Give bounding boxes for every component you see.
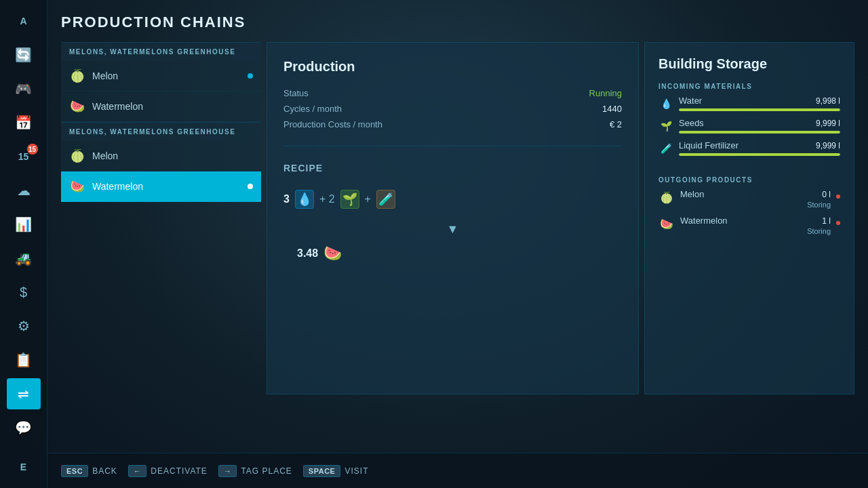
melon1-dot [248, 73, 253, 79]
chat-icon: 💬 [15, 420, 32, 436]
sidebar-item-sun[interactable]: ☁ [7, 175, 41, 206]
sidebar-item-recycle[interactable]: 🔄 [7, 39, 41, 70]
water-name-row: Water 9,998 l [679, 96, 840, 106]
tagplace-button-group[interactable]: → TAG PLACE [218, 465, 292, 477]
water-icon: 💧 [295, 190, 314, 209]
costs-label: Production Costs / month [283, 119, 382, 129]
production-stats: Status Running Cycles / month 1440 Produ… [283, 88, 622, 129]
fertilizer-mat-value: 9,999 l [816, 141, 840, 150]
conveyor-icon: ⇌ [18, 386, 29, 402]
calendar15-icon: 15 [18, 151, 29, 162]
calendar-icon: 📅 [15, 115, 32, 131]
plus2: + [365, 193, 371, 205]
seeds-mat-icon: 🌱 [658, 119, 673, 134]
sidebar: A 🔄 🎮 📅 15 ☁ 📊 🚜 $ ⚙ 📋 ⇌ 💬 E [0, 0, 47, 488]
sidebar-item-chat[interactable]: 💬 [7, 412, 41, 443]
watermelon-prod-name-row: Watermelon 1 l [680, 216, 831, 226]
arrow-down: ▼ [283, 222, 622, 237]
chain-name-melon1: Melon [92, 70, 253, 81]
page-title: PRODUCTION CHAINS [61, 14, 854, 31]
status-value: Running [589, 88, 622, 98]
material-row-water: 💧 Water 9,998 l [658, 96, 840, 111]
watermelon-prod-dot [836, 221, 840, 225]
steering-icon: 🎮 [15, 81, 32, 97]
outgoing-header: OUTGOING PRODUCTS [658, 176, 840, 184]
chain-item-melon2[interactable]: 🍈 Melon [61, 141, 261, 171]
production-panel: Production Status Running Cycles / month… [267, 42, 639, 394]
material-row-seeds: 🌱 Seeds 9,999 l [658, 118, 840, 134]
bottom-bar: ESC BACK ← DEACTIVATE → TAG PLACE SPACE … [47, 453, 868, 488]
chain-item-watermelon1[interactable]: 🍉 Watermelon [61, 92, 261, 122]
melon-prod-amount: 0 l [822, 190, 831, 199]
sidebar-item-calendar15[interactable]: 15 [7, 141, 41, 172]
cycles-label: Cycles / month [283, 104, 342, 114]
sidebar-item-conveyor[interactable]: ⇌ [7, 378, 41, 409]
incoming-section: INCOMING MATERIALS 💧 Water 9,998 l [658, 83, 840, 163]
seeds-icon: 🌱 [340, 190, 359, 209]
sidebar-item-dollar[interactable]: $ [7, 277, 41, 308]
material-row-fertilizer: 🧪 Liquid Fertilizer 9,999 l [658, 140, 840, 156]
recipe-formula: 3 💧 + 2 🌱 + 🧪 [283, 182, 622, 217]
e-icon: E [20, 462, 26, 472]
chain-list-panel: MELONS, WATERMELONS GREENHOUSE 🍈 Melon 🍉… [61, 42, 261, 394]
recycle-icon: 🔄 [15, 47, 32, 63]
watermelon2-icon: 🍉 [69, 178, 85, 195]
chain-item-watermelon2[interactable]: 🍉 Watermelon [61, 171, 261, 202]
seeds-mat-value: 9,999 l [816, 119, 840, 128]
status-row: Status Running [283, 88, 622, 98]
sidebar-item-chart[interactable]: 📊 [7, 209, 41, 240]
status-label: Status [283, 88, 309, 98]
deactivate-button-group[interactable]: ← DEACTIVATE [128, 465, 208, 477]
output-icon: 🍉 [323, 245, 342, 262]
watermelon-prod-info: Watermelon 1 l Storing [680, 216, 831, 235]
back-button-group[interactable]: ESC BACK [61, 465, 117, 477]
fertilizer-progress-fill [679, 153, 840, 156]
sidebar-item-tractor[interactable]: 🚜 [7, 243, 41, 274]
melon1-icon: 🍈 [69, 68, 85, 84]
output-value: 3.48 [297, 247, 318, 260]
chain-item-melon1[interactable]: 🍈 Melon [61, 61, 261, 92]
watermelon1-icon: 🍉 [69, 98, 85, 115]
chain-group-header-2: MELONS, WATERMELONS GREENHOUSE [61, 122, 261, 141]
sidebar-item-tools[interactable]: ⚙ [7, 310, 41, 342]
content-grid: MELONS, WATERMELONS GREENHOUSE 🍈 Melon 🍉… [61, 42, 854, 394]
sidebar-item-notes[interactable]: 📋 [7, 344, 41, 375]
tagplace-label: TAG PLACE [241, 466, 292, 476]
sidebar-item-e[interactable]: E [7, 451, 41, 483]
product-row-watermelon: 🍉 Watermelon 1 l Storing [658, 216, 840, 235]
chain-name-watermelon2: Watermelon [92, 181, 253, 192]
outgoing-section: OUTGOING PRODUCTS 🍈 Melon 0 l Storing [658, 176, 840, 242]
sidebar-item-a[interactable]: A [7, 5, 41, 37]
storage-title: Building Storage [658, 56, 840, 72]
chain-group-header-1: MELONS, WATERMELONS GREENHOUSE [61, 42, 261, 61]
tools-icon: ⚙ [18, 318, 30, 334]
sidebar-item-steering[interactable]: 🎮 [7, 73, 41, 104]
plus1: + 2 [319, 193, 335, 205]
water-progress-bar [679, 108, 840, 111]
fertilizer-mat-icon: 🧪 [658, 141, 673, 156]
water-amount: 3 [283, 193, 290, 205]
sidebar-item-calendar[interactable]: 📅 [7, 107, 41, 138]
recipe-output: 3.48 🍉 [297, 245, 622, 262]
visit-button-group[interactable]: SPACE VISIT [303, 465, 369, 477]
water-mat-name: Water [679, 96, 702, 106]
notes-icon: 📋 [15, 352, 32, 368]
recipe-section: Recipe 3 💧 + 2 🌱 + 🧪 ▼ [283, 163, 622, 262]
divider [283, 146, 622, 146]
storage-panel: Building Storage INCOMING MATERIALS 💧 Wa… [644, 42, 854, 394]
melon-prod-name: Melon [680, 189, 704, 199]
melon-prod-name-row: Melon 0 l [680, 189, 831, 199]
melon-prod-status: Storing [680, 201, 831, 209]
recipe-title: Recipe [283, 163, 622, 174]
dollar-icon: $ [20, 285, 27, 300]
watermelon-prod-status: Storing [680, 227, 831, 235]
costs-row: Production Costs / month € 2 [283, 119, 622, 129]
water-progress-fill [679, 108, 840, 111]
watermelon-prod-icon: 🍉 [658, 216, 675, 232]
fertilizer-mat-name: Liquid Fertilizer [679, 140, 738, 150]
right-arrow-key: → [218, 465, 237, 477]
space-key: SPACE [303, 465, 341, 477]
fertilizer-icon: 🧪 [376, 190, 395, 209]
watermelon-prod-amount: 1 l [822, 216, 831, 226]
watermelon2-dot [248, 184, 253, 189]
